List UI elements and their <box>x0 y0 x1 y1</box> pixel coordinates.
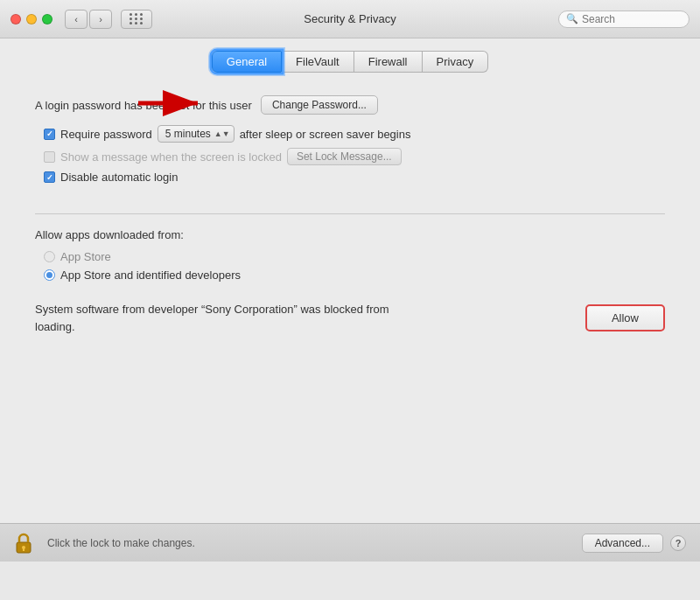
svg-rect-4 <box>23 548 24 551</box>
app-store-radio[interactable] <box>44 251 55 262</box>
titlebar: ‹ › Security & Privacy 🔍 <box>0 0 700 38</box>
disable-auto-login-row: Disable automatic login <box>44 171 665 184</box>
app-store-identified-radio[interactable] <box>44 269 55 281</box>
general-section: A login password has been set for this u… <box>0 81 700 199</box>
bottom-bar: Click the lock to make changes. Advanced… <box>0 523 700 562</box>
show-message-label: Show a message when the screen is locked <box>60 150 282 164</box>
disable-auto-login-checkbox[interactable] <box>44 171 55 183</box>
change-password-button[interactable]: Change Password... <box>261 95 378 115</box>
allow-apps-title: Allow apps downloaded from: <box>35 228 665 241</box>
search-input[interactable] <box>582 13 682 25</box>
password-timeout-value: 5 minutes <box>165 128 211 140</box>
disable-auto-login-label: Disable automatic login <box>60 171 178 184</box>
tab-general[interactable]: General <box>212 51 282 73</box>
traffic-lights <box>10 14 52 24</box>
advanced-button[interactable]: Advanced... <box>582 534 663 553</box>
grid-view-button[interactable] <box>121 10 152 29</box>
require-password-label: Require password <box>60 128 152 141</box>
grid-icon <box>130 13 144 24</box>
minimize-button[interactable] <box>26 14 37 24</box>
password-timeout-dropdown[interactable]: 5 minutes ▲▼ <box>158 125 234 143</box>
section-divider <box>35 213 665 214</box>
nav-arrows: ‹ › <box>65 10 112 29</box>
blocked-software-row: System software from developer “Sony Cor… <box>0 290 700 344</box>
require-password-checkbox[interactable] <box>44 129 55 140</box>
close-button[interactable] <box>10 14 21 24</box>
maximize-button[interactable] <box>42 14 52 24</box>
require-password-row: Require password 5 minutes ▲▼ after slee… <box>44 125 665 143</box>
main-content: General FileVault Firewall Privacy A log… <box>0 38 700 562</box>
password-set-text: A login password has been set for this u… <box>35 99 252 112</box>
search-box[interactable]: 🔍 <box>558 10 690 28</box>
set-lock-message-button: Set Lock Message... <box>287 148 402 165</box>
allow-apps-section: Allow apps downloaded from: App Store Ap… <box>0 228 700 282</box>
forward-button[interactable]: › <box>89 10 112 29</box>
bottom-right: Advanced... ? <box>582 534 686 553</box>
require-password-suffix: after sleep or screen saver begins <box>240 128 411 141</box>
help-button[interactable]: ? <box>670 535 686 551</box>
back-button[interactable]: ‹ <box>65 10 88 29</box>
lock-icon <box>14 532 33 555</box>
tab-privacy[interactable]: Privacy <box>423 51 489 73</box>
allow-button[interactable]: Allow <box>585 304 665 331</box>
app-store-label: App Store <box>60 250 111 263</box>
window-title: Security & Privacy <box>304 12 396 25</box>
tab-firewall[interactable]: Firewall <box>354 51 423 73</box>
show-message-row: Show a message when the screen is locked… <box>44 148 665 165</box>
app-store-radio-row: App Store <box>44 250 665 263</box>
show-message-checkbox[interactable] <box>44 151 55 163</box>
app-store-identified-label: App Store and identified developers <box>60 269 241 282</box>
tab-filevault[interactable]: FileVault <box>282 51 354 73</box>
dropdown-arrow-icon: ▲▼ <box>214 129 230 138</box>
search-icon: 🔍 <box>566 13 578 24</box>
blocked-software-text: System software from developer “Sony Cor… <box>35 301 411 335</box>
tabs-area: General FileVault Firewall Privacy <box>0 38 700 81</box>
lock-text: Click the lock to make changes. <box>47 537 195 549</box>
password-row: A login password has been set for this u… <box>35 95 665 115</box>
lock-icon-wrap[interactable] <box>14 532 33 555</box>
app-store-identified-radio-row: App Store and identified developers <box>44 269 665 282</box>
